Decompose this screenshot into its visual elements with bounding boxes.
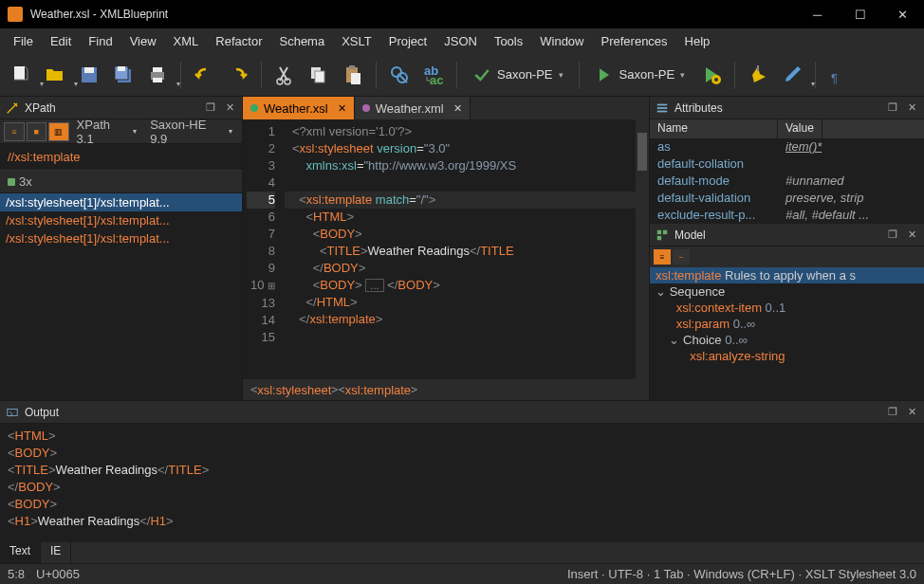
model-node[interactable]: ⌄ Sequence [650, 283, 924, 300]
xpath-result[interactable]: /xsl:stylesheet[1]/xsl:templat... [0, 193, 242, 211]
cut-button[interactable] [269, 60, 300, 90]
xpath-result[interactable]: /xsl:stylesheet[1]/xsl:templat... [0, 211, 242, 229]
pilcrow-button[interactable]: ¶ [823, 60, 854, 90]
svg-rect-2 [84, 67, 94, 73]
tab-Weather.xsl[interactable]: Weather.xsl✕ [243, 97, 355, 119]
xpath-result-count: 3x [0, 171, 242, 193]
svg-rect-7 [153, 67, 162, 72]
minimize-button[interactable]: ─ [796, 0, 839, 28]
menu-xml[interactable]: XML [166, 31, 207, 51]
status-right: Insert · UTF-8 · 1 Tab · Windows (CR+LF)… [567, 567, 916, 581]
xpath-panel: XPath ❐ ✕ ≡ ■ ▥ XPath 3.1 ▾ Saxon-HE 9.9… [0, 97, 243, 400]
xpath-input[interactable]: //xsl:template [0, 144, 242, 171]
maximize-button[interactable]: ☐ [839, 0, 881, 28]
statusbar: 5:8 U+0065 Insert · UTF-8 · 1 Tab · Wind… [0, 563, 924, 584]
codepoint: U+0065 [36, 567, 80, 581]
attributes-table[interactable]: NameValue asitem()*default-collationdefa… [650, 119, 924, 224]
svg-rect-32 [8, 409, 18, 415]
tab-Weather.xml[interactable]: Weather.xml✕ [355, 97, 471, 119]
svg-rect-28 [657, 110, 668, 112]
undo-button[interactable] [189, 60, 219, 90]
svg-point-25 [16, 102, 18, 104]
open-button[interactable]: ▾ [40, 60, 70, 90]
menubar: FileEditFindViewXMLRefactorSchemaXSLTPro… [0, 28, 924, 53]
xpath-title: XPath [25, 101, 198, 115]
wand-icon [6, 101, 19, 115]
copy-button[interactable] [304, 60, 334, 90]
tab-close-icon[interactable]: ✕ [338, 102, 346, 115]
code-editor[interactable]: 12345678910 ⊞131415 <?xml version='1.0'?… [243, 119, 649, 379]
tab-close-icon[interactable]: ✕ [453, 102, 462, 115]
model-btn-1[interactable]: ≡ [654, 249, 671, 265]
model-node[interactable]: ⌄ Choice 0..∞ [650, 332, 924, 348]
editor-tabs: Weather.xsl✕Weather.xml✕ [243, 97, 649, 119]
validate-combo[interactable]: Saxon-PE▾ [465, 60, 571, 90]
output-tab-Text[interactable]: Text [0, 542, 41, 563]
menu-find[interactable]: Find [81, 31, 120, 51]
svg-rect-26 [657, 103, 668, 105]
new-button[interactable]: ▾ [6, 60, 36, 90]
attribute-row[interactable]: default-mode#unnamed [650, 173, 924, 190]
menu-xslt[interactable]: XSLT [334, 31, 379, 51]
breadcrumb[interactable]: <xsl:stylesheet><xsl:template> [243, 379, 649, 400]
svg-rect-23 [757, 65, 759, 71]
color-picker-button[interactable]: ▾ [777, 60, 807, 90]
menu-edit[interactable]: Edit [43, 31, 79, 51]
editor-scrollbar[interactable] [636, 119, 649, 379]
paste-button[interactable] [338, 60, 368, 90]
xpath-result[interactable]: /xsl:stylesheet[1]/xsl:templat... [0, 229, 242, 247]
model-btn-2[interactable]: − [673, 249, 690, 265]
transform-combo[interactable]: Saxon-PE▾ [587, 60, 693, 90]
save-button[interactable] [74, 60, 104, 90]
xpath-version-combo[interactable]: XPath 3.1 ▾ [71, 116, 143, 148]
model-node[interactable]: xsl:param 0..∞ [650, 316, 924, 332]
output-text[interactable]: <HTML> <BODY> <TITLE>Weather Readings</T… [0, 424, 924, 542]
restore-icon[interactable]: ❐ [886, 101, 899, 115]
restore-icon[interactable]: ❐ [886, 406, 899, 419]
clean-button[interactable] [743, 60, 773, 90]
menu-tools[interactable]: Tools [487, 31, 530, 51]
editor-panel: Weather.xsl✕Weather.xml✕ 12345678910 ⊞13… [243, 97, 649, 400]
menu-view[interactable]: View [122, 31, 164, 51]
find-button[interactable] [384, 60, 415, 90]
print-button[interactable]: ▾ [142, 60, 173, 90]
replace-button[interactable]: abac [418, 60, 449, 90]
model-node[interactable]: xsl:context-item 0..1 [650, 300, 924, 316]
close-button[interactable]: ✕ [881, 0, 924, 28]
output-tab-IE[interactable]: IE [41, 542, 71, 563]
menu-help[interactable]: Help [677, 31, 718, 51]
restore-icon[interactable]: ❐ [886, 228, 899, 242]
svg-rect-30 [663, 229, 667, 233]
attribute-row[interactable]: default-validationpreserve, strip [650, 190, 924, 207]
xpath-mode-2[interactable]: ■ [27, 122, 47, 141]
menu-schema[interactable]: Schema [271, 31, 332, 51]
xpath-mode-3[interactable]: ▥ [48, 122, 69, 141]
xpath-mode-1[interactable]: ≡ [4, 122, 25, 141]
svg-rect-5 [118, 66, 125, 71]
close-icon[interactable]: ✕ [905, 228, 918, 242]
model-node[interactable]: xsl:analyze-string [650, 348, 924, 364]
close-icon[interactable]: ✕ [223, 101, 236, 115]
menu-project[interactable]: Project [381, 31, 434, 51]
attribute-row[interactable]: asitem()* [650, 138, 924, 155]
svg-rect-15 [351, 73, 360, 84]
menu-json[interactable]: JSON [436, 31, 485, 51]
attribute-row[interactable]: default-collation [650, 155, 924, 173]
attribute-row[interactable]: exclude-result-p...#all, #default ... [650, 207, 924, 224]
restore-icon[interactable]: ❐ [204, 101, 217, 115]
menu-window[interactable]: Window [532, 31, 591, 51]
window-title: Weather.xsl - XMLBlueprint [30, 8, 796, 21]
titlebar: Weather.xsl - XMLBlueprint ─ ☐ ✕ [0, 0, 924, 28]
menu-refactor[interactable]: Refactor [208, 31, 269, 51]
menu-file[interactable]: File [6, 31, 41, 51]
model-tree[interactable]: xsl:template Rules to apply when a s⌄ Se… [650, 267, 924, 400]
redo-button[interactable] [223, 60, 253, 90]
model-node[interactable]: xsl:template Rules to apply when a s [650, 267, 924, 283]
close-icon[interactable]: ✕ [905, 101, 918, 115]
menu-preferences[interactable]: Preferences [594, 31, 675, 51]
xpath-engine-combo[interactable]: Saxon-HE 9.9 ▾ [144, 116, 238, 148]
svg-rect-14 [349, 65, 355, 69]
run-config-button[interactable] [696, 60, 727, 90]
close-icon[interactable]: ✕ [905, 406, 918, 419]
save-all-button[interactable] [108, 60, 139, 90]
